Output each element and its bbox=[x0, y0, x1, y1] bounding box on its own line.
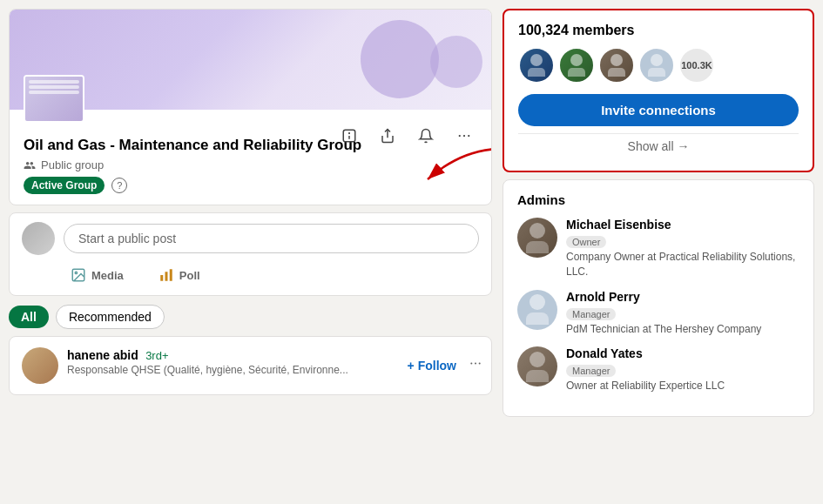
post-user-avatar bbox=[22, 222, 55, 255]
media-label: Media bbox=[91, 269, 124, 282]
public-group-label: Public group bbox=[41, 158, 104, 171]
group-meta: Public group bbox=[24, 158, 477, 171]
action-row bbox=[336, 123, 477, 149]
svg-rect-11 bbox=[165, 272, 167, 281]
svg-rect-12 bbox=[170, 269, 172, 281]
info-icon[interactable] bbox=[336, 123, 362, 149]
left-panel: Oil and Gas - Maintenance and Reliabilit… bbox=[9, 9, 492, 495]
feed-more-button[interactable] bbox=[469, 357, 482, 375]
svg-point-13 bbox=[470, 363, 472, 365]
member-avatar-2 bbox=[558, 47, 595, 84]
feed-user-name: hanene abid 3rd+ bbox=[67, 347, 348, 363]
member-count-badge: 100.3K bbox=[678, 47, 715, 84]
members-count: 100,324 members bbox=[518, 23, 799, 38]
help-badge[interactable]: ? bbox=[111, 178, 127, 193]
filter-all-button[interactable]: All bbox=[9, 306, 49, 328]
svg-point-14 bbox=[475, 363, 476, 365]
active-group-badge: Active Group bbox=[24, 177, 105, 194]
member-avatar-4 bbox=[638, 47, 675, 84]
public-group-icon bbox=[24, 159, 36, 171]
banner-decoration-large bbox=[361, 20, 439, 98]
admin-role-michael: Owner bbox=[566, 236, 606, 248]
admin-avatar-donald bbox=[517, 346, 557, 386]
banner-decoration-small bbox=[430, 36, 482, 88]
admin-avatar-arnold bbox=[517, 290, 557, 330]
media-icon bbox=[71, 267, 86, 283]
right-panel: 100,324 members bbox=[503, 9, 814, 495]
admin-desc-arnold: PdM Technician at The Hershey Company bbox=[566, 322, 761, 337]
feed-name[interactable]: hanene abid bbox=[67, 348, 138, 362]
admin-item-michael: Michael Eisenbise Owner Company Owner at… bbox=[517, 218, 799, 279]
post-actions-row: Media Poll bbox=[22, 264, 479, 286]
admin-item-donald: Donald Yates Manager Owner at Reliabilit… bbox=[517, 346, 799, 393]
admin-avatar-michael bbox=[517, 218, 557, 258]
poll-icon bbox=[159, 267, 174, 283]
feed-subtitle: Responsable QHSE (Qualité, hygiène, Sécu… bbox=[67, 364, 348, 376]
admin-info-arnold: Arnold Perry Manager PdM Technician at T… bbox=[566, 290, 761, 337]
member-avatar-1 bbox=[518, 47, 555, 84]
svg-point-5 bbox=[463, 135, 465, 137]
group-logo bbox=[24, 75, 84, 123]
svg-point-6 bbox=[468, 135, 469, 137]
filter-row: All Recommended bbox=[9, 305, 492, 329]
admin-role-donald: Manager bbox=[566, 365, 616, 377]
feed-item: hanene abid 3rd+ Responsable QHSE (Quali… bbox=[9, 336, 492, 395]
svg-point-15 bbox=[479, 363, 481, 365]
follow-button[interactable]: + Follow bbox=[408, 359, 456, 373]
admin-name-arnold[interactable]: Arnold Perry bbox=[566, 290, 761, 304]
share-icon[interactable] bbox=[374, 123, 401, 149]
post-box: Start a public post Media Poll bbox=[9, 212, 492, 296]
media-button[interactable]: Media bbox=[64, 264, 131, 286]
svg-rect-10 bbox=[160, 275, 163, 281]
more-icon[interactable] bbox=[451, 123, 477, 149]
post-input[interactable]: Start a public post bbox=[64, 224, 479, 253]
admin-name-michael[interactable]: Michael Eisenbise bbox=[566, 218, 799, 232]
poll-button[interactable]: Poll bbox=[152, 264, 207, 286]
feed-user-info: hanene abid 3rd+ Responsable QHSE (Quali… bbox=[67, 347, 348, 376]
svg-point-4 bbox=[459, 135, 461, 137]
filter-recommended-button[interactable]: Recommended bbox=[56, 305, 165, 329]
admin-desc-michael: Company Owner at Practical Reliability S… bbox=[566, 250, 799, 279]
admin-info-donald: Donald Yates Manager Owner at Reliabilit… bbox=[566, 346, 725, 393]
show-all-link[interactable]: Show all → bbox=[518, 133, 799, 158]
group-card: Oil and Gas - Maintenance and Reliabilit… bbox=[9, 9, 492, 205]
bell-icon[interactable] bbox=[413, 123, 439, 149]
post-input-row: Start a public post bbox=[22, 222, 479, 255]
feed-degree: 3rd+ bbox=[145, 349, 168, 362]
members-avatars: 100.3K bbox=[518, 47, 799, 84]
poll-label: Poll bbox=[179, 269, 200, 282]
invite-connections-button[interactable]: Invite connections bbox=[518, 94, 799, 126]
admin-item-arnold: Arnold Perry Manager PdM Technician at T… bbox=[517, 290, 799, 337]
admin-info-michael: Michael Eisenbise Owner Company Owner at… bbox=[566, 218, 799, 279]
admin-role-arnold: Manager bbox=[566, 308, 616, 320]
admin-name-donald[interactable]: Donald Yates bbox=[566, 346, 725, 360]
members-box: 100,324 members bbox=[503, 9, 814, 172]
admins-title: Admins bbox=[517, 192, 799, 207]
group-badges: Active Group ? bbox=[24, 177, 477, 194]
feed-user-avatar bbox=[22, 347, 58, 384]
member-avatar-3 bbox=[598, 47, 635, 84]
admins-box: Admins Michael Eisenbise Owner Company O… bbox=[503, 179, 814, 417]
admin-desc-donald: Owner at Reliability Expertice LLC bbox=[566, 379, 725, 393]
group-banner bbox=[10, 10, 491, 110]
svg-point-9 bbox=[75, 272, 77, 273]
